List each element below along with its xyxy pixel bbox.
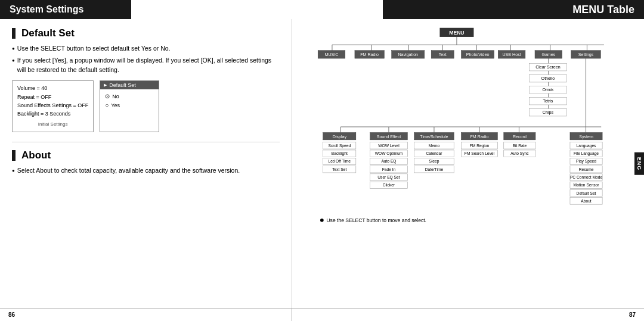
header-title-left: System Settings [0,0,131,19]
default-set-popup: Default Set ⊙ No ○ Yes [100,80,159,132]
svg-text:Memo: Memo [429,144,440,148]
page-title-right: MENU Table [572,4,634,16]
svg-text:Play Speed: Play Speed [576,159,596,164]
svg-text:Othello: Othello [541,76,555,81]
svg-text:Text: Text [439,52,447,57]
svg-text:FM Region: FM Region [470,144,490,148]
svg-text:FM Search Level: FM Search Level [465,151,495,155]
svg-text:Games: Games [541,52,555,57]
settings-line-4: Backlight = 3 Seconds [17,110,88,118]
svg-text:Resume: Resume [579,167,594,172]
about-title: About [12,149,280,161]
svg-text:WOW Level: WOW Level [378,144,400,148]
menu-diagram: MENU MUSIC FM Radio Navigation [309,25,627,251]
svg-text:Record: Record [513,135,527,139]
svg-text:FM Radio: FM Radio [470,135,489,139]
section-divider [12,142,280,142]
page-title-left: System Settings [10,4,83,15]
settings-line-1: Volume = 40 [17,84,88,92]
initial-settings-container: Volume = 40 Repeat = OFF Sound Effects S… [12,80,280,132]
svg-text:Navigation: Navigation [398,52,418,57]
svg-text:About: About [581,199,592,203]
settings-info-box: Volume = 40 Repeat = OFF Sound Effects S… [12,80,94,132]
svg-text:Sound Effect: Sound Effect [377,135,401,139]
svg-text:Backlight: Backlight [332,151,348,156]
svg-text:Settings: Settings [578,52,594,57]
svg-text:System: System [579,135,593,139]
svg-text:Scroll Speed: Scroll Speed [329,144,351,148]
svg-text:PC Connect Mode: PC Connect Mode [570,175,603,179]
svg-text:Lcd Off Time: Lcd Off Time [329,159,351,163]
option-no[interactable]: ⊙ No [105,92,154,101]
select-note: Use the SELECT button to move and select… [326,217,426,223]
page-number-left: 86 [8,311,15,318]
default-set-bullet-2: If you select [Yes], a popup window will… [12,56,280,75]
settings-line-2: Repeat = OFF [17,93,88,101]
svg-text:MUSIC: MUSIC [325,52,339,57]
svg-text:Fade In: Fade In [382,167,396,172]
footer: 86 87 [0,308,644,321]
svg-text:Calendar: Calendar [426,151,443,155]
svg-text:Languages: Languages [577,144,597,148]
svg-text:Photo/Video: Photo/Video [466,52,490,57]
svg-text:FM Radio: FM Radio [360,52,379,57]
svg-text:Bit Rate: Bit Rate [513,144,527,148]
header: System Settings MENU Table [0,0,644,19]
eng-tab: ENG [634,152,644,175]
svg-text:WOW Optimum: WOW Optimum [375,151,403,156]
default-set-popup-title: Default Set [100,81,159,89]
svg-text:Auto EQ: Auto EQ [381,159,396,164]
svg-text:Chips: Chips [543,110,554,115]
default-set-section: Default Set Use the SELECT button to sel… [12,27,280,136]
svg-text:User EQ Set: User EQ Set [377,175,400,180]
default-set-title: Default Set [12,27,280,39]
svg-text:Sleep: Sleep [429,159,439,164]
left-panel: Default Set Use the SELECT button to sel… [0,19,292,308]
svg-text:Auto Sync: Auto Sync [510,151,529,156]
initial-settings-label: Initial Settings [17,121,88,129]
svg-text:Default Set: Default Set [577,191,596,195]
svg-text:Text Set: Text Set [332,167,346,172]
svg-text:Clear Screen: Clear Screen [535,65,561,70]
svg-text:Omok: Omok [542,88,553,92]
settings-line-3: Sound Effects Settings = OFF [17,101,88,110]
menu-label: MENU [449,30,464,36]
about-section: About Select About to check total capaci… [12,149,280,178]
default-set-bullet-1: Use the SELECT button to select default … [12,44,280,54]
right-panel: ENG MENU MUSIC FM Radio [292,19,644,308]
svg-point-114 [320,219,324,222]
main-content: Default Set Use the SELECT button to sel… [0,19,644,308]
svg-text:Display: Display [333,135,347,139]
svg-text:Clicker: Clicker [383,183,395,187]
svg-text:Date/Time: Date/Time [425,167,444,172]
footer-page-left: 86 [0,308,292,321]
svg-text:File Language: File Language [574,151,599,156]
option-yes[interactable]: ○ Yes [105,101,154,110]
default-set-options: ⊙ No ○ Yes [100,89,159,112]
svg-text:Tetris: Tetris [543,99,553,104]
svg-text:Time/Schedule: Time/Schedule [420,135,448,139]
header-title-right: MENU Table [383,0,644,19]
svg-text:Motion Sensor: Motion Sensor [574,183,600,187]
footer-page-right: 87 [292,308,644,321]
about-bullet-1: Select About to check total capacity, av… [12,166,280,176]
page-number-right: 87 [629,311,636,318]
svg-text:USB Host: USB Host [503,52,521,57]
header-spacer [131,0,383,19]
